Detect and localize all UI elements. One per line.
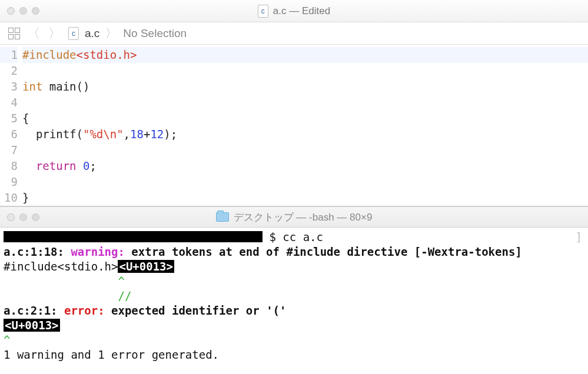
line-gutter: 1 2 3 4 5 6 7 8 9 10 <box>0 47 22 206</box>
zoom-icon[interactable] <box>32 213 39 221</box>
terminal-title-text: デスクトップ — -bash — 80×9 <box>234 211 373 224</box>
minimize-icon[interactable] <box>19 7 27 15</box>
code-line[interactable] <box>22 95 588 111</box>
window-controls <box>7 7 39 15</box>
terminal-line: ^ <box>4 333 584 348</box>
line-number: 9 <box>0 174 18 190</box>
nav-forward-icon[interactable]: 〉 <box>47 25 62 42</box>
line-number: 5 <box>0 111 18 126</box>
unicode-box: <U+0013> <box>4 319 60 332</box>
token-number: 18 <box>130 128 144 141</box>
line-number: 6 <box>0 126 18 142</box>
terminal-line: ^ <box>4 274 584 289</box>
token-number: 12 <box>150 128 164 141</box>
editor-navbar: 〈 〉 c a.c 〉 No Selection <box>0 22 588 45</box>
minimize-icon[interactable] <box>19 213 27 221</box>
code-lines[interactable]: #include<stdio.h> int main() { printf("%… <box>22 47 588 206</box>
diag-fixit: // <box>118 289 131 302</box>
terminal-titlebar[interactable]: デスクトップ — -bash — 80×9 <box>0 206 588 228</box>
line-number: 4 <box>0 95 18 111</box>
line-number: 3 <box>0 79 18 95</box>
nav-back-icon[interactable]: 〈 <box>26 25 41 42</box>
terminal-line: a.c:1:18: warning: extra tokens at end o… <box>4 245 584 259</box>
line-number: 8 <box>0 158 18 174</box>
editor-title: c a.c — Edited <box>0 5 588 18</box>
prompt-symbol: $ <box>269 231 283 243</box>
terminal-line: $ cc a.c] <box>4 230 584 245</box>
token-keyword: return <box>36 159 77 172</box>
terminal-line: <U+0013> <box>4 318 584 333</box>
line-number: 7 <box>0 142 18 158</box>
terminal-title: デスクトップ — -bash — 80×9 <box>0 211 588 224</box>
command-text: cc a.c <box>283 231 323 243</box>
terminal-body[interactable]: $ cc a.c] a.c:1:18: warning: extra token… <box>0 228 588 367</box>
window-controls <box>7 213 39 221</box>
code-line[interactable]: printf("%d\n",18+12); <box>22 126 588 142</box>
code-line[interactable] <box>22 142 588 158</box>
line-number: 2 <box>0 63 18 79</box>
diag-location: a.c:2:1: <box>4 304 64 317</box>
token-preprocessor: #include <box>22 48 77 61</box>
diag-caret: ^ <box>4 333 10 346</box>
title-edited: — Edited <box>289 5 330 16</box>
diag-message: extra tokens at end of #include directiv… <box>131 245 521 258</box>
terminal-line: a.c:2:1: error: expected identifier or '… <box>4 303 584 318</box>
code-line[interactable]: return 0; <box>22 158 588 174</box>
cursor-bracket: ] <box>576 230 582 245</box>
line-number: 1 <box>0 47 18 63</box>
diag-warning-label: warning: <box>71 245 131 258</box>
code-editor[interactable]: 1 2 3 4 5 6 7 8 9 10 #include<stdio.h> i… <box>0 45 588 206</box>
diag-location: a.c:1:18: <box>4 245 71 258</box>
terminal-window: デスクトップ — -bash — 80×9 $ cc a.c] a.c:1:18… <box>0 206 588 367</box>
diag-context: #include<stdio.h> <box>4 260 118 273</box>
related-items-icon[interactable] <box>8 28 20 39</box>
line-number: 10 <box>0 190 18 206</box>
terminal-line: // <box>4 289 584 303</box>
token-keyword: int <box>22 80 42 93</box>
breadcrumb-selection[interactable]: No Selection <box>123 27 187 40</box>
token-plain: { <box>22 112 29 125</box>
diag-summary: 1 warning and 1 error generated. <box>4 348 219 361</box>
folder-icon <box>216 212 229 222</box>
title-filename: a.c <box>273 5 287 16</box>
code-line[interactable]: #include<stdio.h> <box>22 47 588 63</box>
code-line[interactable]: { <box>22 111 588 126</box>
breadcrumb-separator-icon: 〉 <box>105 25 117 41</box>
close-icon[interactable] <box>7 213 15 221</box>
token-number: 0 <box>77 159 90 172</box>
token-plain: ; <box>89 159 96 172</box>
code-line[interactable] <box>22 174 588 190</box>
terminal-line: 1 warning and 1 error generated. <box>4 348 584 362</box>
file-icon: c <box>258 5 268 18</box>
diag-caret: ^ <box>118 275 124 288</box>
close-icon[interactable] <box>7 7 15 15</box>
diag-message: expected identifier or '(' <box>111 304 286 317</box>
token-plain: + <box>144 128 150 141</box>
unicode-box: <U+0013> <box>118 260 174 273</box>
editor-window: c a.c — Edited 〈 〉 c a.c 〉 No Selection … <box>0 0 588 206</box>
token-plain: main() <box>42 80 89 93</box>
redacted-box <box>4 231 263 242</box>
code-line[interactable]: int main() <box>22 79 588 95</box>
code-line[interactable]: } <box>22 190 588 206</box>
token-string: "%d\n" <box>83 128 124 141</box>
diag-error-label: error: <box>64 304 111 317</box>
editor-titlebar[interactable]: c a.c — Edited <box>0 0 588 22</box>
token-plain: , <box>124 128 130 141</box>
token-plain: } <box>22 191 29 204</box>
code-line[interactable] <box>22 63 588 79</box>
token-plain: ); <box>164 128 177 141</box>
zoom-icon[interactable] <box>32 7 39 15</box>
token-plain: printf( <box>22 128 83 141</box>
token-angle: <stdio.h> <box>77 48 137 61</box>
breadcrumb-file-icon: c <box>68 27 79 40</box>
terminal-line: #include<stdio.h><U+0013> <box>4 259 584 274</box>
breadcrumb-file[interactable]: a.c <box>85 27 99 40</box>
